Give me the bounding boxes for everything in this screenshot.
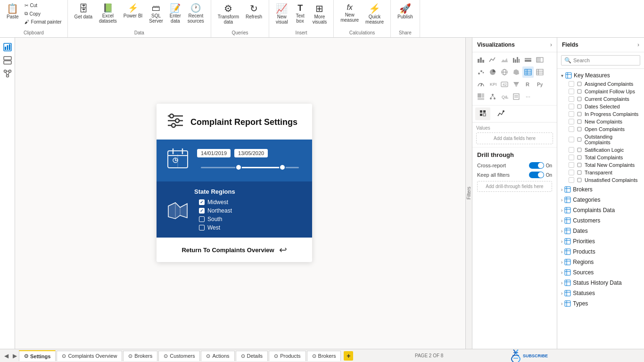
field-assigned-complaints[interactable]: Assigned Complaints [557,80,644,88]
viz-map[interactable] [499,66,510,78]
viz-analytics-btn[interactable] [493,107,508,120]
format-painter-button[interactable]: 🖌 Format painter [23,18,64,25]
section-categories-header[interactable]: › Categories [557,195,644,205]
tab-brokers[interactable]: ⊙ Brokers [123,351,157,361]
region-south[interactable]: South [199,216,232,222]
section-statuses-header[interactable]: › Statuses [557,288,644,298]
transform-data-button[interactable]: ⚙ Transformdata [215,2,242,26]
viz-matrix[interactable] [534,66,545,78]
add-drill-box[interactable]: Add drill-through fields here [477,181,552,192]
field-open-complaints[interactable]: Open Complaints [557,125,644,133]
viz-ai-q[interactable]: Q&A [499,91,510,102]
viz-pie[interactable] [487,66,498,78]
viz-table[interactable] [522,66,534,78]
date-end-tag[interactable]: 13/05/2020 [234,149,268,157]
viz-paginated[interactable] [511,91,522,102]
assigned-checkbox[interactable] [569,81,574,87]
keep-filters-track[interactable] [529,172,544,178]
field-complaint-followups[interactable]: Complaint Follow Ups [557,88,644,95]
field-current-complaints[interactable]: Current Complaints [557,95,644,103]
viz-panel-expand-icon[interactable]: › [550,41,552,48]
section-priorities-header[interactable]: › Priorities [557,237,644,246]
viz-treemap[interactable] [475,91,487,102]
satification-checkbox[interactable] [569,147,574,153]
section-complaints-data-header[interactable]: › Complaints Data [557,206,644,215]
add-data-box[interactable]: Add data fields here [476,132,553,144]
nav-model-icon[interactable] [2,68,13,79]
section-sources-header[interactable]: › Sources [557,268,644,277]
get-data-button[interactable]: 🗄 Get data [72,2,95,21]
slider-thumb-left[interactable] [235,164,242,171]
section-products-header[interactable]: › Products [557,247,644,256]
viz-bar-cluster[interactable] [511,54,522,66]
field-dates-selected[interactable]: Dates Selected [557,103,644,110]
tab-details[interactable]: ⊙ Details [236,351,268,361]
viz-card-vis[interactable]: 42 [499,79,510,90]
card-footer[interactable]: Return To Complaints Overview ↩ [157,238,312,262]
paste-button[interactable]: 📋 Paste [4,2,22,21]
section-key-measures-header[interactable]: ▾ Key Measures [557,71,644,80]
viz-python[interactable]: Py [534,79,545,90]
totalnew-checkbox[interactable] [569,162,574,168]
keep-filters-toggle[interactable]: On [529,172,552,178]
section-status-history-header[interactable]: › Status History Data [557,278,644,288]
text-box-button[interactable]: T Textbox [292,2,309,25]
tab-brokers2[interactable]: ⊙ Brokers [307,351,341,361]
recent-sources-button[interactable]: 🕐 Recentsources [185,2,207,25]
field-total-new[interactable]: Total New Complaints [557,161,644,169]
new-visual-button[interactable]: 📈 Newvisual [273,2,291,26]
tab-actions[interactable]: ⊙ Actions [201,351,234,361]
dates-checkbox[interactable] [569,104,574,109]
viz-gauge[interactable] [475,79,487,90]
nav-report-icon[interactable] [2,41,13,53]
viz-stacked-bar[interactable] [475,54,487,66]
section-regions-header[interactable]: › Regions [557,257,644,267]
tab-settings[interactable]: ⊙ Settings [19,350,56,361]
new-checkbox[interactable] [569,119,574,124]
cross-report-toggle[interactable]: On [529,162,552,169]
viz-area[interactable] [499,54,510,66]
followups-checkbox[interactable] [569,89,574,94]
open-checkbox[interactable] [569,126,574,132]
fields-panel-expand-icon[interactable]: › [637,41,639,48]
section-types-header[interactable]: › Types [557,299,644,308]
viz-line[interactable] [487,54,498,66]
section-dates-header[interactable]: › Dates [557,226,644,236]
region-northeast[interactable]: Northeast [199,207,232,214]
return-button[interactable]: Return To Complaints Overview [182,247,274,254]
field-in-progress[interactable]: In Progress Complaints [557,110,644,118]
viz-kpi[interactable]: KPI [487,79,498,90]
add-page-button[interactable]: + [344,351,353,361]
refresh-button[interactable]: ↻ Refresh [243,2,265,21]
viz-r[interactable]: R [522,79,534,90]
transparent-checkbox[interactable] [569,170,574,175]
viz-decomp[interactable] [487,91,498,102]
field-unsatisfied[interactable]: Unsatisfied Complaints [557,176,644,184]
copy-button[interactable]: ⧉ Copy [23,10,64,17]
field-transparent[interactable]: Transparent [557,169,644,176]
viz-stacked-column[interactable] [522,54,534,66]
date-start-tag[interactable]: 14/01/2019 [197,149,231,157]
publish-button[interactable]: 🚀 Publish [395,2,416,21]
cut-button[interactable]: ✂ Cut [23,2,64,9]
tab-nav-prev[interactable]: ◀ [2,352,10,360]
region-midwest[interactable]: Midwest [199,199,232,206]
tab-nav-next[interactable]: ▶ [10,352,19,360]
more-visuals-button[interactable]: ⊞ Morevisuals [310,2,330,26]
enter-data-button[interactable]: 📝 Enterdata [167,2,184,25]
outstanding-checkbox[interactable] [569,137,574,142]
section-brokers-header[interactable]: › Brokers [557,185,644,194]
total-checkbox[interactable] [569,155,574,160]
viz-100pct[interactable] [534,54,545,66]
viz-more[interactable]: ··· [522,91,534,102]
new-measure-button[interactable]: fx Newmeasure [338,2,362,25]
region-west[interactable]: West [199,224,232,231]
sql-button[interactable]: 🗃 SQLServer [146,2,165,25]
viz-funnel[interactable] [511,79,522,90]
south-checkbox[interactable] [199,216,205,222]
excel-button[interactable]: 📗 Exceldatasets [96,2,120,25]
field-new-complaints[interactable]: New Complaints [557,118,644,125]
fields-search-input[interactable] [573,58,638,63]
inprogress-checkbox[interactable] [569,111,574,117]
quick-measure-button[interactable]: ⚡ Quickmeasure [363,2,387,26]
